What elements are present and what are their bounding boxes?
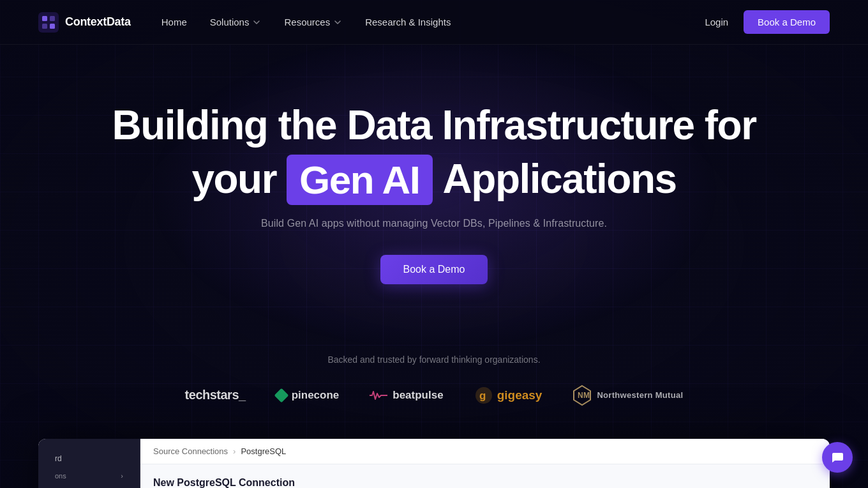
techstars-logo: techstars_ bbox=[185, 384, 246, 407]
svg-rect-2 bbox=[50, 16, 55, 21]
screenshot-section: rd ons › Source Connections › PostgreSQL… bbox=[38, 439, 830, 488]
app-topbar: Source Connections › PostgreSQL bbox=[140, 439, 830, 464]
nav-left: ContextData Home Solutions Resources bbox=[38, 12, 451, 33]
svg-rect-0 bbox=[38, 12, 59, 33]
nav-right: Login Book a Demo bbox=[705, 10, 830, 34]
new-connection-title: New PostgreSQL Connection bbox=[153, 477, 817, 488]
navbar: ContextData Home Solutions Resources bbox=[0, 0, 868, 45]
hero-subtitle: Build Gen AI apps without managing Vecto… bbox=[26, 218, 842, 229]
breadcrumb-separator: › bbox=[233, 446, 236, 456]
chat-button[interactable] bbox=[822, 442, 853, 473]
gigeasy-logo: g gigeasy bbox=[474, 384, 542, 407]
logo-text: ContextData bbox=[65, 15, 131, 29]
gigeasy-g-icon: g bbox=[474, 386, 493, 405]
northwestern-symbol-icon: NM bbox=[572, 385, 592, 406]
chevron-down-icon bbox=[252, 18, 261, 27]
breadcrumb-source-connections: Source Connections bbox=[153, 446, 228, 456]
nav-link-resources[interactable]: Resources bbox=[284, 17, 342, 27]
nav-link-solutions[interactable]: Solutions bbox=[210, 17, 262, 27]
gen-ai-badge: Gen AI bbox=[287, 155, 433, 205]
svg-rect-3 bbox=[42, 24, 47, 29]
beatpulse-waveform-icon bbox=[370, 389, 387, 402]
svg-rect-1 bbox=[42, 16, 47, 21]
hero-title-your: your bbox=[191, 156, 276, 203]
nav-item-solutions[interactable]: Solutions bbox=[210, 17, 262, 27]
nav-link-research[interactable]: Research & Insights bbox=[365, 17, 451, 27]
nav-item-home[interactable]: Home bbox=[161, 17, 187, 27]
logo[interactable]: ContextData bbox=[38, 12, 131, 33]
hero-title-line2: your Gen AI Applications bbox=[26, 155, 842, 205]
logo-icon bbox=[38, 12, 59, 33]
app-main-content: Source Connections › PostgreSQL New Post… bbox=[140, 439, 830, 488]
nav-link-home[interactable]: Home bbox=[161, 17, 187, 27]
nav-links: Home Solutions Resources bbox=[161, 17, 451, 27]
screenshot-container: rd ons › Source Connections › PostgreSQL… bbox=[38, 439, 830, 488]
trusted-section: Backed and trusted by forward thinking o… bbox=[0, 323, 868, 426]
hero-section: Building the Data Infrastructure for you… bbox=[0, 45, 868, 323]
sidebar-item-rd[interactable]: rd bbox=[49, 449, 130, 468]
pinecone-logo: pinecone bbox=[276, 384, 340, 407]
screenshot-inner: rd ons › Source Connections › PostgreSQL… bbox=[38, 439, 830, 488]
chevron-down-icon-2 bbox=[333, 18, 342, 27]
beatpulse-logo: beatpulse bbox=[370, 384, 443, 407]
northwestern-mutual-logo: NM Northwestern Mutual bbox=[572, 384, 683, 407]
hero-title-line1: Building the Data Infrastructure for bbox=[26, 102, 842, 149]
svg-rect-4 bbox=[50, 24, 55, 29]
nav-item-resources[interactable]: Resources bbox=[284, 17, 342, 27]
svg-text:g: g bbox=[479, 390, 486, 402]
login-button[interactable]: Login bbox=[705, 17, 728, 27]
nav-item-research[interactable]: Research & Insights bbox=[365, 17, 451, 27]
hero-title-applications: Applications bbox=[443, 156, 677, 203]
svg-text:NM: NM bbox=[578, 391, 590, 400]
book-demo-nav-button[interactable]: Book a Demo bbox=[744, 10, 830, 34]
sidebar-arrow-icon: › bbox=[121, 472, 123, 480]
partner-logos-row: techstars_ pinecone beatpulse bbox=[26, 384, 842, 407]
chat-icon bbox=[830, 450, 844, 464]
pinecone-diamond-icon bbox=[274, 388, 288, 403]
app-sidebar: rd ons › bbox=[38, 439, 140, 488]
trusted-text: Backed and trusted by forward thinking o… bbox=[26, 355, 842, 365]
sidebar-item-ons[interactable]: ons › bbox=[49, 468, 130, 484]
book-demo-hero-button[interactable]: Book a Demo bbox=[380, 255, 488, 284]
app-content-area: New PostgreSQL Connection bbox=[140, 464, 830, 488]
breadcrumb-postgresql: PostgreSQL bbox=[241, 446, 286, 456]
